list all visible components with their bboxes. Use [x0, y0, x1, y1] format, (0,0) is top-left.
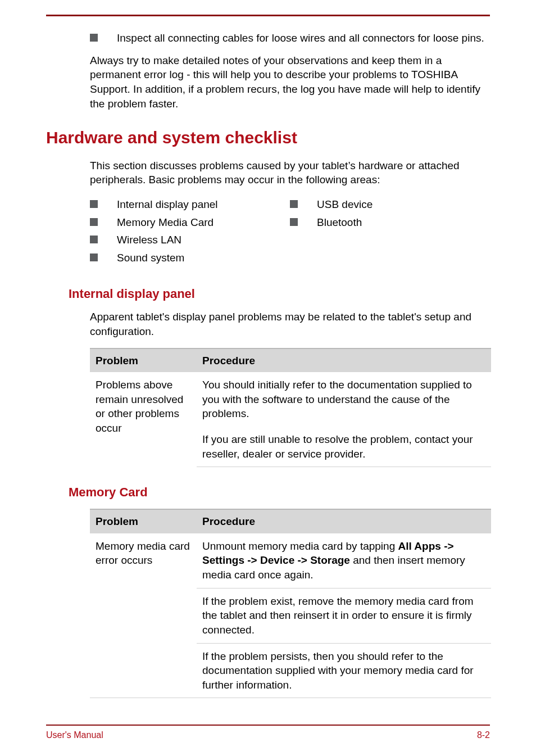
square-bullet-icon — [90, 200, 98, 208]
checklist-left-column: Internal display panel Memory Media Card… — [90, 197, 290, 269]
square-bullet-icon — [90, 34, 98, 42]
intro-paragraph: Always try to make detailed notes of you… — [90, 53, 490, 111]
intro-bullet-text: Inspect all connecting cables for loose … — [117, 31, 490, 46]
intro-bullet: Inspect all connecting cables for loose … — [90, 31, 490, 46]
cell-problem: Problems above remain unresolved or othe… — [90, 372, 197, 467]
proc-text-pre: Unmount memory media card by tapping — [202, 540, 398, 552]
list-item: Internal display panel — [90, 197, 290, 212]
checklist-columns: Internal display panel Memory Media Card… — [90, 197, 490, 269]
footer-right: 8-2 — [477, 730, 490, 740]
section-paragraph: This section discusses problems caused b… — [90, 159, 490, 187]
table-header-row: Problem Procedure — [90, 509, 491, 533]
list-item: Memory Media Card — [90, 215, 290, 230]
table-row: Memory media card error occurs Unmount m… — [90, 533, 491, 588]
col-header-problem: Problem — [90, 348, 197, 373]
list-item-label: Bluetooth — [317, 215, 490, 230]
col-header-problem: Problem — [90, 509, 197, 533]
list-item-label: Memory Media Card — [117, 215, 290, 230]
square-bullet-icon — [290, 200, 298, 208]
cell-procedure: If the problem exist, remove the memory … — [197, 588, 491, 643]
list-item-label: Sound system — [117, 251, 290, 265]
page-footer: User's Manual 8-2 — [46, 730, 490, 740]
list-item-label: Wireless LAN — [117, 233, 290, 247]
list-item: Bluetooth — [290, 215, 490, 230]
cell-problem: Memory media card error occurs — [90, 533, 197, 698]
cell-procedure: If you are still unable to resolve the p… — [197, 427, 491, 467]
list-item: Sound system — [90, 251, 290, 265]
list-item: USB device — [290, 197, 490, 212]
square-bullet-icon — [90, 218, 98, 226]
list-item: Wireless LAN — [90, 233, 290, 247]
table-display-panel: Problem Procedure Problems above remain … — [90, 348, 491, 468]
list-item-label: Internal display panel — [117, 197, 290, 212]
cell-procedure: If the problem persists, then you should… — [197, 643, 491, 698]
table-memory-card: Problem Procedure Memory media card erro… — [90, 509, 491, 698]
subsection-title-display: Internal display panel — [69, 286, 490, 302]
header-rule — [46, 15, 490, 16]
subsection-paragraph-display: Apparent tablet's display panel problems… — [90, 310, 490, 338]
list-item-label: USB device — [317, 197, 490, 212]
subsection-title-memory: Memory Card — [69, 484, 490, 501]
table-row: Problems above remain unresolved or othe… — [90, 372, 491, 427]
section-title: Hardware and system checklist — [46, 126, 490, 150]
cell-procedure: Unmount memory media card by tapping All… — [197, 533, 491, 588]
square-bullet-icon — [290, 218, 298, 226]
page-content: Inspect all connecting cables for loose … — [46, 31, 490, 698]
cell-procedure: You should initially refer to the docume… — [197, 372, 491, 427]
footer-left: User's Manual — [46, 730, 103, 740]
col-header-procedure: Procedure — [197, 348, 491, 373]
checklist-right-column: USB device Bluetooth — [290, 197, 490, 269]
square-bullet-icon — [90, 236, 98, 243]
col-header-procedure: Procedure — [197, 509, 491, 533]
table-header-row: Problem Procedure — [90, 348, 491, 373]
square-bullet-icon — [90, 253, 98, 261]
